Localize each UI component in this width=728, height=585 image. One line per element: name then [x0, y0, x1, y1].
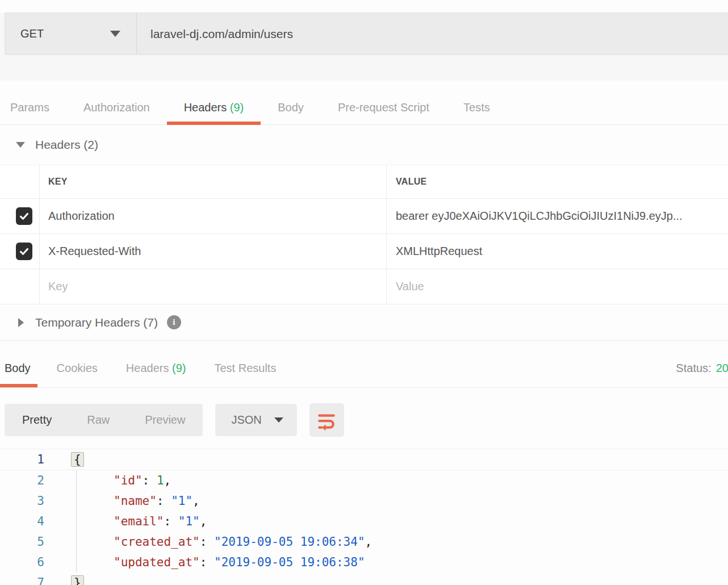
tab-authorization-label: Authorization	[83, 101, 150, 114]
response-tab-cookies[interactable]: Cookies	[50, 352, 104, 387]
line-number: 5	[0, 532, 44, 552]
word-wrap-icon	[316, 410, 337, 431]
response-tab-headers-label: Headers	[126, 362, 169, 374]
empty-checkbox-cell	[0, 269, 40, 304]
table-row: X-Requested-With XMLHttpRequest	[0, 234, 728, 269]
pretty-button[interactable]: Pretty	[5, 404, 69, 436]
json-key-token: "name"	[114, 494, 157, 508]
line-number: 1	[0, 449, 44, 470]
table-row: Authorization bearer eyJ0eXAiOiJKV1QiLCJ…	[0, 199, 728, 234]
tab-headers[interactable]: Headers (9)	[167, 91, 261, 125]
line-number: 3	[0, 491, 44, 511]
header-enabled-checkbox[interactable]	[16, 207, 32, 225]
headers-table: KEY VALUE Authorization bearer eyJ0eXAiO…	[0, 165, 728, 304]
close-brace-token: }	[71, 575, 84, 585]
raw-button[interactable]: Raw	[69, 404, 127, 436]
tab-body-label: Body	[278, 101, 304, 114]
url-text: laravel-dj.com/admin/users	[150, 27, 293, 41]
json-number-token: 1	[157, 474, 164, 487]
header-key-input[interactable]: X-Requested-With	[48, 245, 141, 258]
status-label: Status:	[676, 362, 711, 374]
headers-section-title: Headers (2)	[35, 138, 98, 152]
json-string-token: "2019-09-05 19:06:38"	[214, 555, 365, 569]
code-line-5: 5 "created_at": "2019-09-05 19:06:34",	[0, 532, 728, 552]
comma-token: ,	[164, 474, 171, 487]
code-line-3: 3 "name": "1",	[0, 491, 728, 511]
tab-authorization[interactable]: Authorization	[66, 91, 167, 125]
comma-token: ,	[200, 515, 207, 528]
json-key-token: "email"	[114, 515, 164, 528]
key-column-header: KEY	[48, 177, 68, 187]
json-key-token: "created_at"	[114, 535, 200, 549]
colon-token: :	[157, 494, 171, 508]
tab-tests-label: Tests	[463, 101, 490, 114]
response-tab-cookies-label: Cookies	[57, 362, 98, 374]
json-key-token: "id"	[114, 474, 143, 487]
format-dropdown[interactable]: JSON	[215, 404, 296, 436]
url-bar: GET laravel-dj.com/admin/users	[5, 12, 728, 55]
response-tabs: Body Cookies Headers (9) Test Results St…	[0, 341, 728, 388]
header-value-input[interactable]: XMLHttpRequest	[396, 245, 482, 258]
tab-prerequest-script[interactable]: Pre-request Script	[321, 91, 446, 125]
temporary-headers-title: Temporary Headers (7)	[35, 316, 158, 329]
header-value-input[interactable]: bearer eyJ0eXAiOiJKV1QiLCJhbGciOiJIUzI1N…	[396, 210, 683, 223]
collapse-right-icon	[18, 318, 24, 327]
tab-params[interactable]: Params	[0, 91, 66, 125]
request-tabs: Params Authorization Headers (9) Body Pr…	[0, 91, 728, 125]
colon-token: :	[143, 474, 157, 487]
json-string-token: "1"	[178, 515, 200, 528]
checkbox-column-header	[0, 165, 40, 198]
colon-token: :	[200, 555, 214, 569]
line-number: 6	[0, 552, 44, 573]
collapse-down-icon	[16, 142, 25, 148]
new-header-key-input[interactable]: Key	[48, 280, 68, 293]
header-enabled-checkbox[interactable]	[16, 243, 32, 260]
preview-button[interactable]: Preview	[127, 404, 203, 436]
comma-token: ,	[193, 494, 200, 508]
json-key-token: "updated_at"	[114, 555, 200, 569]
colon-token: :	[200, 535, 214, 549]
open-brace-token: {	[71, 452, 84, 467]
colon-token: :	[164, 515, 178, 528]
code-line-1: 1 {	[0, 449, 728, 470]
header-key-input[interactable]: Authorization	[48, 210, 115, 223]
line-number: 2	[0, 470, 44, 491]
chevron-down-icon	[274, 417, 283, 423]
checkmark-icon	[19, 246, 30, 257]
method-label: GET	[20, 27, 44, 40]
info-icon[interactable]: i	[167, 315, 181, 329]
code-line-7: 7 }	[0, 573, 728, 585]
response-body-viewer[interactable]: 1 { 2 "id": 1, 3 "name": "1", 4 "email":…	[0, 449, 728, 585]
response-tab-headers[interactable]: Headers (9)	[119, 352, 193, 387]
tab-body[interactable]: Body	[261, 91, 321, 125]
status-indicator: Status:200	[676, 362, 728, 375]
tab-headers-label: Headers	[184, 101, 227, 114]
url-input[interactable]: laravel-dj.com/admin/users	[137, 13, 728, 55]
new-header-value-input[interactable]: Value	[396, 280, 424, 293]
table-header-row: KEY VALUE	[0, 165, 728, 199]
view-mode-switcher: Pretty Raw Preview	[5, 404, 203, 436]
wrap-lines-button[interactable]	[309, 403, 344, 437]
code-line-2: 2 "id": 1,	[0, 470, 728, 491]
code-line-4: 4 "email": "1",	[0, 511, 728, 532]
checkmark-icon	[19, 211, 30, 222]
response-tab-body[interactable]: Body	[0, 352, 37, 387]
response-tab-tests-label: Test Results	[214, 362, 276, 374]
json-string-token: "1"	[171, 494, 193, 508]
method-dropdown[interactable]: GET	[5, 13, 137, 55]
response-toolbar: Pretty Raw Preview JSON	[5, 403, 728, 437]
line-number: 7	[0, 573, 44, 585]
response-tab-headers-count: (9)	[172, 362, 186, 374]
tab-headers-count: (9)	[230, 101, 244, 114]
value-column-header: VALUE	[396, 177, 427, 187]
json-string-token: "2019-09-05 19:06:34"	[214, 535, 365, 549]
headers-collapse-toggle[interactable]: Headers (2)	[0, 125, 728, 165]
tab-tests[interactable]: Tests	[446, 91, 507, 125]
tab-params-label: Params	[10, 101, 49, 114]
temporary-headers-toggle[interactable]: Temporary Headers (7) i	[0, 304, 728, 341]
format-label: JSON	[231, 413, 261, 427]
status-code[interactable]: 200	[716, 362, 728, 374]
table-row-new: Key Value	[0, 269, 728, 304]
comma-token: ,	[365, 535, 373, 549]
response-tab-test-results[interactable]: Test Results	[207, 352, 283, 387]
